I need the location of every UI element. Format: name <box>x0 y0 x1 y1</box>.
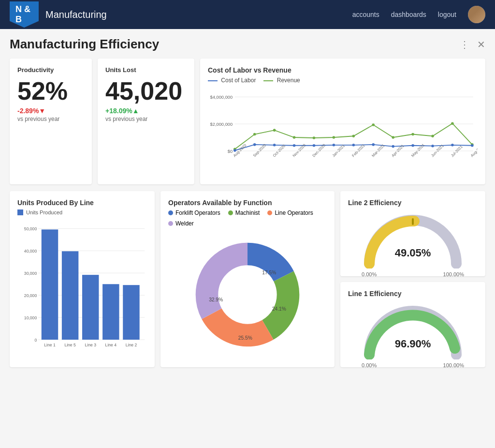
svg-text:Jul-2021: Jul-2021 <box>450 145 464 158</box>
top-row: Productivity 52% -2.89%▼ vs previous yea… <box>10 59 485 184</box>
page-actions: ⋮ ✕ <box>460 39 485 50</box>
nav-accounts[interactable]: accounts <box>352 11 379 18</box>
donut-chart-card: Operators Available by Function Forklift… <box>160 191 335 367</box>
productivity-label: Productivity <box>17 66 84 74</box>
page-title: Manufacturing Efficiency <box>10 37 460 52</box>
productivity-change: -2.89%▼ <box>17 107 84 115</box>
donut-legend-machinist: Machinist <box>228 209 260 216</box>
svg-text:$4,000,000: $4,000,000 <box>210 95 233 100</box>
svg-point-29 <box>431 145 434 148</box>
bottom-row: Units Produced By Line Units Produced 50… <box>10 191 485 367</box>
svg-text:96.90%: 96.90% <box>395 338 431 350</box>
bar-chart-legend: Units Produced <box>17 209 147 215</box>
donut-legend: Forklift Operators Machinist Line Operat… <box>168 209 327 227</box>
svg-point-20 <box>253 143 256 146</box>
svg-point-23 <box>313 144 316 147</box>
user-avatar[interactable] <box>468 6 485 23</box>
gauges-column: Line 2 Efficiency 49.05% 0.00% <box>340 191 485 367</box>
svg-point-17 <box>451 122 454 125</box>
donut-legend-line-operators: Line Operators <box>267 209 313 216</box>
svg-text:32.9%: 32.9% <box>209 297 223 302</box>
svg-text:Line 4: Line 4 <box>105 343 117 347</box>
productivity-vs: vs previous year <box>17 116 84 122</box>
svg-point-8 <box>273 129 276 132</box>
svg-text:17.5%: 17.5% <box>262 270 276 275</box>
svg-point-15 <box>411 133 414 136</box>
svg-text:0: 0 <box>34 338 37 343</box>
line1-gauge-title: Line 1 Efficiency <box>348 290 478 298</box>
page-header: Manufacturing Efficiency ⋮ ✕ <box>10 37 485 52</box>
bar-chart-title: Units Produced By Line <box>17 199 147 207</box>
svg-point-10 <box>313 136 316 139</box>
cost-chart-card: Cost of Labor vs Revenue Cost of Labor R… <box>200 59 485 184</box>
donut-legend-welder: Welder <box>168 220 194 227</box>
main-content: Manufacturing Efficiency ⋮ ✕ Productivit… <box>0 29 495 375</box>
svg-point-25 <box>352 144 355 147</box>
units-lost-card: Units Lost 45,020 +18.09%▲ vs previous y… <box>98 59 194 184</box>
svg-text:40,000: 40,000 <box>24 249 37 254</box>
svg-point-12 <box>352 134 355 137</box>
svg-point-7 <box>253 133 256 136</box>
svg-text:$2,000,000: $2,000,000 <box>210 122 233 127</box>
svg-rect-60 <box>102 284 119 340</box>
bar-chart-card: Units Produced By Line Units Produced 50… <box>10 191 155 367</box>
svg-point-14 <box>392 136 394 139</box>
svg-point-24 <box>333 144 335 147</box>
svg-text:20,000: 20,000 <box>24 293 37 298</box>
line1-gauge-card: Line 1 Efficiency 96.90% 0.00% 100.00% <box>340 282 485 367</box>
units-lost-vs: vs previous year <box>105 116 187 122</box>
cost-chart-legend: Cost of Labor Revenue <box>208 77 478 84</box>
header-nav: accounts dashboards logout <box>352 6 485 23</box>
svg-text:50,000: 50,000 <box>24 226 37 231</box>
svg-text:Line 2: Line 2 <box>126 343 137 347</box>
legend-cost-label: Cost of Labor <box>221 77 256 84</box>
svg-text:25.5%: 25.5% <box>238 335 252 341</box>
line1-gauge-svg: 96.90% <box>360 301 466 359</box>
svg-point-13 <box>372 123 375 126</box>
close-icon[interactable]: ✕ <box>477 39 485 50</box>
logo-badge: N & B <box>10 1 39 28</box>
svg-rect-57 <box>42 229 58 340</box>
bar-chart-svg: 50,000 40,000 30,000 20,000 10,000 0 <box>17 219 147 355</box>
units-lost-change: +18.09%▲ <box>105 107 187 115</box>
svg-point-30 <box>451 144 454 147</box>
svg-rect-77 <box>412 218 414 225</box>
svg-text:30,000: 30,000 <box>24 271 37 276</box>
svg-rect-61 <box>123 285 139 340</box>
svg-point-9 <box>293 136 296 139</box>
svg-rect-59 <box>82 275 99 340</box>
svg-text:49.05%: 49.05% <box>395 247 431 259</box>
cost-chart-title: Cost of Labor vs Revenue <box>208 66 478 74</box>
header: N & B Manufacturing accounts dashboards … <box>0 0 495 29</box>
svg-point-11 <box>333 136 335 139</box>
line-chart-svg: $4,000,000 $2,000,000 $0 <box>208 88 478 175</box>
nav-logout[interactable]: logout <box>438 11 456 18</box>
productivity-value: 52% <box>17 77 84 105</box>
svg-text:Line 3: Line 3 <box>85 343 96 347</box>
svg-point-71 <box>220 268 275 322</box>
donut-svg: 17.5% 24.1% 25.5% 32.9% <box>180 227 315 362</box>
svg-point-31 <box>471 144 474 147</box>
svg-point-22 <box>293 144 296 147</box>
svg-text:10,000: 10,000 <box>24 315 37 320</box>
donut-legend-forklift: Forklift Operators <box>168 209 220 216</box>
svg-point-16 <box>431 134 434 137</box>
line2-gauge-labels: 0.00% 100.00% <box>360 271 466 277</box>
svg-point-21 <box>273 144 276 147</box>
units-lost-label: Units Lost <box>105 66 187 74</box>
logo-text: N & B <box>15 4 33 25</box>
units-lost-value: 45,020 <box>105 77 187 105</box>
svg-text:$0: $0 <box>228 149 233 154</box>
line2-gauge-card: Line 2 Efficiency 49.05% 0.00% <box>340 191 485 276</box>
line1-gauge-labels: 0.00% 100.00% <box>360 362 466 368</box>
svg-point-28 <box>411 144 414 147</box>
svg-point-26 <box>372 143 375 146</box>
donut-chart-title: Operators Available by Function <box>168 199 327 207</box>
more-icon[interactable]: ⋮ <box>460 39 469 50</box>
svg-text:Line 1: Line 1 <box>44 343 56 347</box>
productivity-card: Productivity 52% -2.89%▼ vs previous yea… <box>10 59 92 184</box>
nav-dashboards[interactable]: dashboards <box>391 11 426 18</box>
svg-text:24.1%: 24.1% <box>272 306 286 312</box>
line2-gauge-title: Line 2 Efficiency <box>348 199 478 207</box>
app-title: Manufacturing <box>45 9 352 20</box>
